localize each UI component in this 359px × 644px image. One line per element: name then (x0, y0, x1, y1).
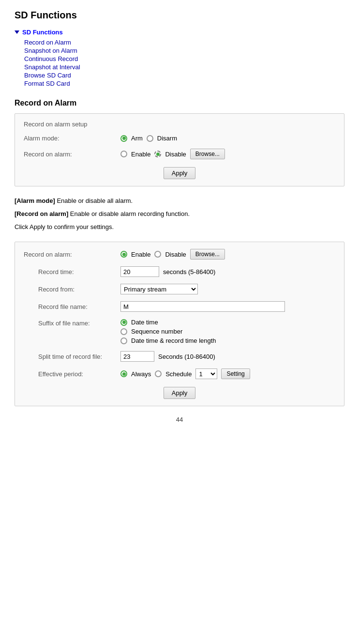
record-on-alarm-controls: Enable Disable Browse... (120, 149, 225, 159)
sidebar-item-format-sd-card[interactable]: Format SD Card (24, 80, 344, 87)
panel1-title: Record on alarm setup (24, 121, 335, 128)
arm-radio-label[interactable]: Arm (120, 135, 143, 142)
record-time-row: Record time: seconds (5-86400) (24, 266, 335, 277)
suffix-datetime-record-text: Date time & record time length (131, 337, 216, 344)
browse-button-2[interactable]: Browse... (190, 249, 225, 260)
alarm-mode-rest: Enable or disable all alarm. (55, 197, 133, 204)
sidebar-items: Record on Alarm Snapshot on Alarm Contin… (15, 39, 344, 87)
record-time-label: Record time: (38, 268, 120, 276)
record-file-name-row: Record file name: (24, 301, 335, 312)
disarm-label: Disarm (157, 135, 177, 142)
browse-button-1[interactable]: Browse... (190, 149, 225, 159)
always-radio-dot (120, 370, 127, 377)
disable2-label: Disable (165, 251, 186, 258)
desc-line3: Click Apply to confirm your settings. (15, 222, 344, 232)
record-time-controls: seconds (5-86400) (120, 266, 215, 277)
disarm-radio-label[interactable]: Disarm (147, 135, 177, 142)
split-time-controls: Seconds (10-86400) (120, 351, 215, 362)
arm-radio-dot (120, 135, 127, 142)
record-on-alarm-rest: Enable or disable alarm recording functi… (68, 210, 190, 217)
enable2-label: Enable (131, 251, 150, 258)
disable-label: Disable (165, 151, 186, 158)
effective-period-label: Effective period: (38, 370, 120, 378)
record-file-name-controls (120, 301, 285, 312)
setting-button[interactable]: Setting (221, 368, 250, 379)
desc-line1: [Alarm mode] Enable or disable all alarm… (15, 196, 344, 206)
record-on-alarm-label: Record on alarm: (24, 151, 120, 158)
suffix-sequence-text: Sequence number (131, 328, 182, 335)
record-time-unit: seconds (5-86400) (163, 268, 215, 276)
disarm-radio-dot (147, 135, 153, 142)
suffix-datetime-record-radio (120, 337, 127, 344)
alarm-mode-label: Alarm mode: (24, 135, 120, 142)
description-section: [Alarm mode] Enable or disable all alarm… (15, 196, 344, 232)
enable-label: Enable (131, 151, 150, 158)
suffix-datetime-record-label[interactable]: Date time & record time length (120, 337, 216, 344)
split-time-row: Split time of record file: Seconds (10-8… (24, 351, 335, 362)
sidebar-item-record-on-alarm[interactable]: Record on Alarm (24, 39, 344, 46)
sidebar-item-continuous-record[interactable]: Continuous Record (24, 55, 344, 62)
record-on-alarm-row: Record on alarm: Enable Disable Browse..… (24, 149, 335, 159)
sidebar-item-snapshot-at-interval[interactable]: Snapshot at Interval (24, 63, 344, 71)
record-on-alarm-label2: Record on alarm: (24, 251, 120, 258)
split-time-unit: Seconds (10-86400) (158, 353, 215, 360)
always-label: Always (131, 370, 151, 378)
sidebar-item-snapshot-on-alarm[interactable]: Snapshot on Alarm (24, 47, 344, 54)
schedule-radio-dot (155, 370, 162, 377)
suffix-options: Date time Sequence number Date time & re… (120, 319, 216, 344)
record-file-name-input[interactable] (120, 301, 285, 312)
suffix-datetime-label[interactable]: Date time (120, 319, 216, 326)
apply-button-2[interactable]: Apply (164, 387, 196, 399)
suffix-sequence-radio (120, 328, 127, 335)
effective-period-row: Effective period: Always Schedule 1 Sett… (24, 368, 335, 379)
section1-heading: Record on Alarm (15, 99, 344, 107)
suffix-label: Suffix of file name: (38, 319, 120, 327)
sidebar-item-browse-sd-card[interactable]: Browse SD Card (24, 72, 344, 79)
page-title: SD Functions (15, 10, 344, 21)
record-on-alarm-setup-panel: Record on alarm setup Alarm mode: Arm Di… (15, 113, 344, 186)
alarm-mode-bold: [Alarm mode] (15, 197, 55, 204)
disable-radio-dot (154, 151, 161, 157)
enable-radio2-dot (120, 251, 127, 258)
record-from-select[interactable]: Primary stream Secondary stream (120, 284, 198, 294)
enable-radio-dot (120, 151, 127, 157)
schedule-radio-label[interactable]: Schedule (155, 370, 192, 378)
sidebar: SD Functions Record on Alarm Snapshot on… (15, 29, 344, 87)
record-time-input[interactable] (120, 266, 159, 277)
collapse-icon (15, 31, 19, 34)
disable-radio2-label[interactable]: Disable (154, 251, 186, 258)
record-on-alarm-bold: [Record on alarm] (15, 210, 68, 217)
enable-radio-label[interactable]: Enable (120, 151, 150, 158)
sidebar-title: SD Functions (15, 29, 344, 36)
desc-line2: [Record on alarm] Enable or disable alar… (15, 209, 344, 219)
record-from-label: Record from: (38, 286, 120, 293)
suffix-datetime-radio (120, 319, 127, 326)
record-from-row: Record from: Primary stream Secondary st… (24, 284, 335, 294)
disable-radio-label[interactable]: Disable (154, 151, 186, 158)
record-on-alarm-controls2: Enable Disable Browse... (120, 249, 225, 260)
enable-radio2-label[interactable]: Enable (120, 251, 150, 258)
arm-label: Arm (131, 135, 143, 142)
suffix-sequence-label[interactable]: Sequence number (120, 328, 216, 335)
record-from-controls: Primary stream Secondary stream (120, 284, 198, 294)
record-details-panel: Record on alarm: Enable Disable Browse..… (15, 242, 344, 406)
split-time-input[interactable] (120, 351, 154, 362)
record-file-name-label: Record file name: (38, 303, 120, 310)
suffix-datetime-text: Date time (131, 319, 158, 326)
schedule-select[interactable]: 1 (195, 368, 217, 379)
disable-radio2-dot (154, 251, 161, 258)
split-time-label: Split time of record file: (38, 353, 120, 360)
always-radio-label[interactable]: Always (120, 370, 151, 378)
apply-button-1[interactable]: Apply (164, 167, 196, 179)
suffix-row: Suffix of file name: Date time Sequence … (24, 319, 335, 344)
effective-period-controls: Always Schedule 1 Setting (120, 368, 250, 379)
alarm-mode-controls: Arm Disarm (120, 135, 177, 142)
schedule-label: Schedule (165, 370, 192, 378)
record-on-alarm-row2: Record on alarm: Enable Disable Browse..… (24, 249, 335, 260)
alarm-mode-row: Alarm mode: Arm Disarm (24, 135, 335, 142)
page-number: 44 (15, 416, 344, 423)
